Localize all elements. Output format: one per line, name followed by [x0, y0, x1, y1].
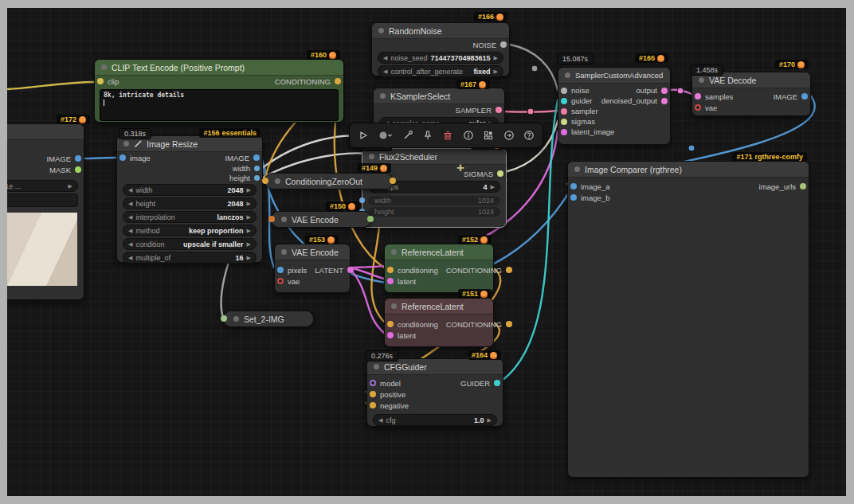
image-port-dot[interactable] [570, 194, 577, 201]
help-icon[interactable] [523, 130, 535, 141]
collapse-dot-icon[interactable] [369, 154, 374, 159]
increment-icon[interactable] [247, 252, 251, 263]
port-conditioning-output[interactable]: CONDITIONING [446, 320, 512, 329]
conditioning-port-dot[interactable] [370, 402, 376, 408]
widget-interpolation[interactable]: interpolation lanczos [123, 211, 257, 223]
port-vae-input[interactable]: vae [277, 277, 300, 286]
port-guider-input[interactable]: guider [561, 96, 592, 105]
collapse-dot-icon[interactable] [374, 364, 379, 369]
input-port-dot[interactable] [221, 315, 227, 322]
node-header[interactable]: Flux2Scheduler [362, 149, 506, 165]
widget-multiple-of[interactable]: multiple_of 16 [123, 252, 257, 264]
prev-option-icon[interactable] [128, 225, 132, 236]
filename-widget[interactable]: c327f8111f421e ... [0, 180, 78, 192]
widget-control-after-generate[interactable]: control_after_generate fixed [378, 65, 503, 77]
node-header[interactable]: Image Comparer (rgthree) [568, 162, 809, 178]
port-model-input[interactable]: model [370, 379, 401, 388]
conditioning-port-dot[interactable] [370, 391, 376, 397]
latent-port-dot[interactable] [387, 278, 394, 284]
node-header[interactable]: RandomNoise [372, 23, 509, 39]
sampler-port-dot[interactable] [496, 107, 502, 113]
node-conditioning-zero-out[interactable]: #149 ConditioningZeroOut [264, 173, 394, 189]
conditioning-port-dot[interactable] [262, 178, 268, 184]
port-conditioning-output[interactable]: CONDITIONING [446, 266, 512, 275]
port-output[interactable]: output [637, 86, 668, 95]
image-port-dot[interactable] [119, 154, 126, 161]
noise-port-dot[interactable] [500, 41, 507, 48]
port-noise-output[interactable]: NOISE [472, 41, 507, 49]
pin-icon[interactable] [422, 130, 433, 141]
latent-port-dot[interactable] [695, 93, 701, 100]
port-conditioning-output[interactable]: CONDITIONING [275, 77, 341, 86]
port-image-output[interactable]: IMAGE [225, 154, 260, 162]
mask-port-dot[interactable] [75, 166, 81, 173]
next-file-icon[interactable] [69, 181, 72, 191]
conditioning-port-dot[interactable] [390, 178, 396, 184]
port-denoised-output[interactable]: denoised_output [601, 96, 668, 105]
run-icon[interactable] [358, 130, 369, 141]
port-width-output[interactable]: width [233, 164, 260, 173]
conditioning-port-dot[interactable] [506, 321, 512, 327]
next-option-icon[interactable] [247, 212, 251, 222]
node-image-comparer[interactable]: #171rgthree-comfy Image Comparer (rgthre… [567, 161, 809, 478]
port-image-urls-output[interactable]: image_urls [759, 182, 806, 191]
next-option-icon[interactable] [247, 239, 251, 249]
conditioning-port-dot[interactable] [335, 78, 341, 84]
increment-icon[interactable] [491, 182, 495, 192]
conditioning-port-dot[interactable] [387, 267, 394, 273]
port-conditioning-input[interactable]: conditioning [387, 266, 438, 275]
sampler-port-dot[interactable] [561, 108, 567, 115]
int-port-dot[interactable] [254, 175, 260, 181]
latent-port-dot[interactable] [661, 98, 668, 104]
port-latent-input[interactable]: latent [387, 331, 416, 340]
port-sigmas-output[interactable]: SIGMAS [464, 170, 503, 178]
conditioning-port-dot[interactable] [387, 321, 394, 327]
node-header[interactable]: ReferenceLatent [385, 244, 493, 260]
next-option-icon[interactable] [247, 225, 251, 236]
port-image-input[interactable]: image [119, 154, 151, 162]
node-header[interactable]: CLIP Text Encode (Positive Prompt) [95, 60, 343, 76]
port-image-a-input[interactable]: image_a [570, 182, 609, 191]
node-vae-encode[interactable]: #153 VAE Encode pixels LATENT vae [274, 244, 351, 293]
port-negative-input[interactable]: negative [370, 401, 409, 410]
model-port-dot[interactable] [370, 380, 376, 386]
prev-option-icon[interactable] [383, 66, 387, 76]
latent-port-dot[interactable] [661, 88, 668, 94]
output-port-dot[interactable] [367, 216, 374, 222]
port-samples-input[interactable]: samples [695, 92, 733, 101]
guider-port-dot[interactable] [561, 98, 567, 104]
prev-option-icon[interactable] [128, 212, 132, 222]
input-widget-width[interactable]: width 1024 [368, 196, 500, 205]
widget-cfg[interactable]: cfg 1.0 [373, 414, 497, 426]
collapse-dot-icon[interactable] [123, 141, 129, 147]
port-guider-output[interactable]: GUIDER [460, 379, 500, 388]
increment-icon[interactable] [488, 415, 492, 425]
decrement-icon[interactable] [128, 185, 132, 195]
increment-icon[interactable] [247, 198, 251, 209]
image-port-dot[interactable] [277, 267, 284, 273]
port-image-output[interactable]: IMAGE [773, 92, 808, 101]
port-sigmas-input[interactable]: sigmas [561, 117, 595, 126]
decrement-icon[interactable] [128, 198, 132, 209]
node-vae-decode[interactable]: 1.458s #170 VAE Decode samples IMAGE vae [691, 72, 811, 116]
widget-condition[interactable]: condition upscale if smaller [123, 238, 257, 250]
port-height-output[interactable]: height [229, 174, 260, 182]
port-image-b-input[interactable]: image_b [570, 193, 609, 202]
layout-grid-icon[interactable] [483, 130, 494, 141]
upload-button[interactable]: pload [0, 193, 78, 207]
collapse-dot-icon[interactable] [233, 316, 239, 322]
port-positive-input[interactable]: positive [370, 390, 405, 399]
latent-port-dot[interactable] [347, 267, 354, 273]
collapse-dot-icon[interactable] [391, 249, 397, 255]
increment-icon[interactable] [494, 53, 498, 63]
node-header[interactable]: SamplerCustomAdvanced [558, 68, 670, 84]
vae-port-dot[interactable] [277, 278, 284, 284]
color-swatch-icon[interactable] [378, 130, 393, 141]
widget-height[interactable]: height 2048 [123, 197, 257, 209]
node-header[interactable]: VAE Encode [275, 244, 350, 260]
port-sampler-output[interactable]: SAMPLER [456, 106, 502, 115]
widget-noise-seed[interactable]: noise_seed 714473704983615 [378, 52, 503, 64]
collapse-dot-icon[interactable] [699, 77, 704, 83]
bypass-arrow-icon[interactable] [503, 130, 515, 141]
increment-icon[interactable] [247, 185, 251, 195]
